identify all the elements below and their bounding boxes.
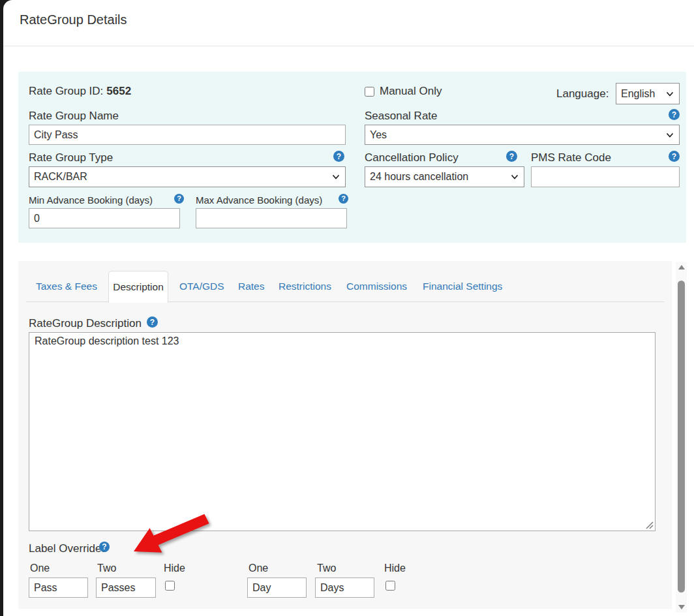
pms-rate-code-input[interactable] [531,166,680,187]
cancellation-policy-select[interactable]: 24 hours cancellation [365,166,524,187]
label-overrides-label: Label Overrides [29,542,107,555]
tab-description[interactable]: Description [108,271,168,303]
override1-two-input[interactable] [96,578,156,598]
language-label: Language: [556,87,609,100]
tab-taxes-fees[interactable]: Taxes & Fees [36,271,97,302]
red-arrow-annotation [128,511,213,562]
tab-commissions[interactable]: Commissions [346,271,407,302]
rate-group-name-input[interactable] [29,125,346,145]
min-advance-booking-help-icon[interactable]: ? [174,194,184,204]
override1-two-label: Two [97,562,116,574]
override1-one-label: One [30,562,50,574]
textarea-resize-handle-icon[interactable] [644,520,654,529]
seasonal-rate-select[interactable]: Yes [365,125,680,145]
tab-ota-gds[interactable]: OTA/GDS [179,271,224,302]
override2-two-input[interactable] [315,578,374,598]
label-overrides-help-icon[interactable]: ? [99,542,110,552]
override2-hide-label: Hide [384,562,406,574]
language-value: English [621,88,655,100]
rategroup-description-label: RateGroup Description [29,317,142,330]
override2-one-label: One [249,562,268,574]
tab-financial-settings[interactable]: Financial Settings [423,271,502,302]
rate-group-type-help-icon[interactable]: ? [333,151,344,162]
rate-group-type-select[interactable]: RACK/BAR [29,166,346,187]
seasonal-rate-value: Yes [370,129,387,141]
scrollbar-up-button[interactable] [676,265,687,276]
max-advance-booking-label: Max Advance Booking (days) [196,194,322,206]
manual-only-label: Manual Only [380,85,442,98]
rategroup-description-textarea[interactable]: RateGroup description test 123 [29,332,656,531]
scroll-down-arrow-icon [678,605,685,609]
seasonal-rate-help-icon[interactable]: ? [669,109,680,120]
scrollbar-thumb[interactable] [678,281,685,593]
header-divider [3,46,694,46]
scrollbar-track[interactable] [676,262,687,613]
pms-rate-code-label: PMS Rate Code [531,151,611,164]
rate-group-type-label: Rate Group Type [29,151,113,164]
tab-rates[interactable]: Rates [238,271,265,302]
override1-hide-label: Hide [164,562,185,574]
override2-hide-checkbox[interactable] [385,581,395,591]
override2-one-input[interactable] [247,578,307,598]
pms-rate-code-help-icon[interactable]: ? [669,151,680,162]
cancellation-policy-value: 24 hours cancellation [370,171,468,183]
cancellation-policy-label: Cancellation Policy [365,151,459,164]
chevron-down-icon [666,91,674,97]
rate-group-name-label: Rate Group Name [29,110,119,123]
rategroup-description-help-icon[interactable]: ? [147,316,158,328]
override1-hide-checkbox[interactable] [165,581,175,591]
rate-group-id-label: Rate Group ID: [29,85,103,97]
chevron-down-icon [511,174,519,179]
seasonal-rate-label: Seasonal Rate [365,110,438,123]
override2-two-label: Two [317,562,336,574]
chevron-down-icon [332,174,340,179]
scroll-up-arrow-icon [678,265,685,270]
rate-group-id: Rate Group ID:5652 [29,85,131,98]
manual-only-checkbox[interactable] [365,87,374,97]
tab-description-label: Description [113,281,164,293]
min-advance-booking-input[interactable] [29,208,180,228]
chevron-down-icon [666,132,674,138]
rate-group-id-value: 5652 [106,85,131,97]
max-advance-booking-help-icon[interactable]: ? [339,194,348,204]
max-advance-booking-input[interactable] [196,208,347,228]
tab-restrictions[interactable]: Restrictions [279,271,331,302]
min-advance-booking-label: Min Advance Booking (days) [29,194,153,206]
rate-group-type-value: RACK/BAR [34,171,87,183]
language-select[interactable]: English [616,83,680,104]
page-title: RateGroup Details [20,12,127,27]
override1-one-input[interactable] [29,578,88,598]
cancellation-policy-help-icon[interactable]: ? [506,151,517,162]
scrollbar-down-button[interactable] [676,602,687,613]
